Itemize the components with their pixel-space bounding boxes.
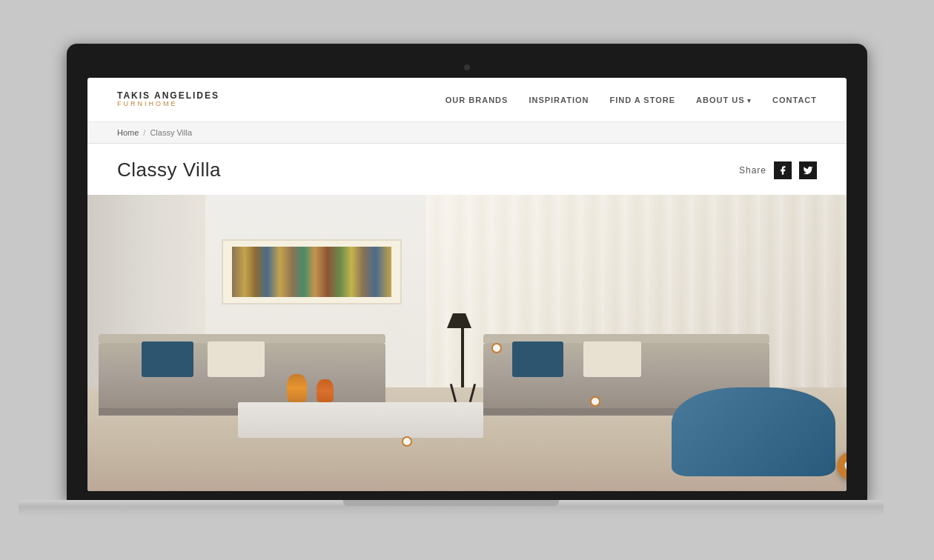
sofa-left [99, 343, 385, 408]
floor-lamp [451, 313, 475, 402]
lamp-pole [461, 328, 464, 387]
nav-about-us[interactable]: ABOUT US [696, 96, 752, 104]
laptop-base [19, 500, 883, 516]
lamp-shade [447, 313, 471, 328]
logo[interactable]: TAKIS ANGELIDES FURNIHOME [117, 91, 219, 108]
room-scene [87, 195, 847, 491]
vase-amber [287, 374, 306, 402]
twitter-share-button[interactable] [799, 161, 817, 179]
laptop-container: TAKIS ANGELIDES FURNIHOME OUR BRANDS INS… [67, 44, 867, 516]
website-screen: TAKIS ANGELIDES FURNIHOME OUR BRANDS INS… [87, 78, 847, 491]
nav-inspiration[interactable]: INSPIRATION [529, 96, 589, 104]
share-label: Share [739, 165, 766, 176]
vase-orange [317, 379, 334, 402]
site-header: TAKIS ANGELIDES FURNIHOME OUR BRANDS INS… [87, 78, 847, 122]
breadcrumb-separator: / [143, 128, 145, 137]
hotspot-1[interactable] [491, 343, 502, 353]
chair-blue [672, 387, 835, 476]
screen-bezel: TAKIS ANGELIDES FURNIHOME OUR BRANDS INS… [67, 44, 867, 500]
camera [464, 64, 470, 70]
breadcrumb: Home / Classy Villa [87, 122, 847, 144]
pillow-blue-left [142, 341, 193, 377]
page-content: Classy Villa Share [87, 144, 847, 181]
share-row: Share [739, 161, 817, 179]
facebook-share-button[interactable] [774, 161, 792, 179]
page-title: Classy Villa [117, 159, 221, 181]
logo-bottom: FURNIHOME [117, 101, 219, 108]
main-image [87, 195, 847, 491]
pillow-white-right [583, 341, 640, 377]
coffee-table [238, 402, 483, 438]
site-nav: OUR BRANDS INSPIRATION FIND A STORE ABOU… [446, 96, 817, 104]
nav-find-store[interactable]: FIND A STORE [609, 96, 675, 104]
wall-art-painting [232, 247, 391, 296]
pillow-blue-right [512, 341, 564, 377]
breadcrumb-home[interactable]: Home [117, 128, 139, 137]
breadcrumb-current: Classy Villa [150, 128, 192, 137]
lamp-base [451, 387, 475, 402]
hotspot-2[interactable] [590, 396, 600, 407]
wall-art [222, 239, 402, 304]
hotspot-3[interactable] [402, 436, 412, 447]
nav-contact[interactable]: CONTACT [772, 96, 817, 104]
nav-our-brands[interactable]: OUR BRANDS [446, 96, 509, 104]
pillow-white-left [208, 341, 265, 377]
page-title-row: Classy Villa Share [117, 159, 817, 181]
